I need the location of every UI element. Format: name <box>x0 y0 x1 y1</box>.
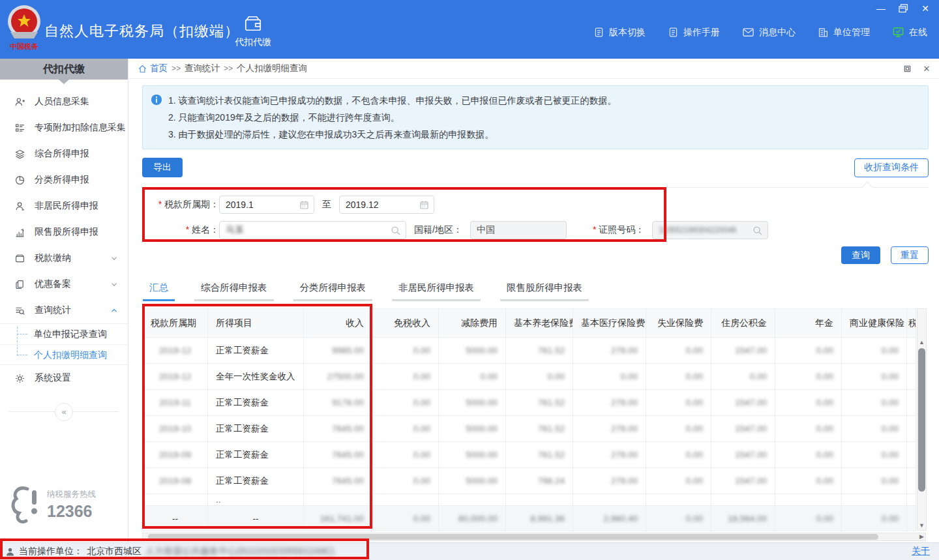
panel-notch <box>862 182 873 193</box>
cell-pension: 761.52 <box>506 442 573 468</box>
sidebar-item-label: 限售股所得申报 <box>35 226 98 238</box>
scroll-right-arrow[interactable]: ▶ <box>919 533 924 540</box>
table-row[interactable]: 2019-10 正常工资薪金 7645.00 0.00 5000.00 761.… <box>143 416 916 442</box>
close-button[interactable]: ✕ <box>918 3 932 14</box>
tab[interactable]: 分类所得申报表 <box>293 282 373 301</box>
sidebar-item-nonresident-income[interactable]: 非居民所得申报 <box>0 193 128 219</box>
collapse-query-button[interactable]: 收折查询条件 <box>854 158 929 177</box>
chevron-down-icon <box>110 254 119 263</box>
calendar-icon[interactable] <box>299 199 310 211</box>
notice-line-1: 1. 该查询统计表仅能查询已申报成功的数据，不包含未申报、申报失败，已申报但已作… <box>168 92 617 109</box>
sidebar-subitem[interactable]: 单位申报记录查询 <box>0 324 128 344</box>
cell-cut <box>907 364 916 390</box>
detail-table: 税款所属期 所得项目 收入 免税收入 减除费用 基本养老保险费 基本医疗保险费 … <box>142 308 916 531</box>
notice-line-2: 2. 只能查询2019年及之后的数据，不能进行跨年度查询。 <box>168 109 617 126</box>
sidebar-item-preferential-filing[interactable]: 优惠备案 <box>0 271 128 297</box>
search-icon[interactable] <box>390 225 402 237</box>
sidebar-item-restricted-shares[interactable]: 限售股所得申报 <box>0 219 128 245</box>
cell-unemployment: 0.00 <box>646 442 711 468</box>
menu-message-center[interactable]: 消息中心 <box>742 27 796 38</box>
cell-deduction: 5000.00 <box>439 442 506 468</box>
export-button[interactable]: 导出 <box>142 158 183 177</box>
sidebar-item-query-statistics[interactable]: 查询统计 <box>0 297 128 323</box>
period-from-value: 2019.1 <box>226 199 254 210</box>
breadcrumb-home[interactable]: 首页 <box>138 63 168 74</box>
scroll-up-arrow[interactable]: ▲ <box>917 338 926 347</box>
vertical-scroll-thumb[interactable] <box>918 348 925 492</box>
home-icon <box>138 64 147 74</box>
vertical-scrollbar[interactable]: ▲ ▼ <box>917 308 927 531</box>
cell-deduction: 0.00 <box>439 364 506 390</box>
sidebar-item-classified-income[interactable]: 分类所得申报 <box>0 167 128 193</box>
restore-button[interactable] <box>896 3 910 14</box>
module-tab-withholding[interactable]: 代扣代缴 <box>227 14 279 48</box>
table-row[interactable]: 2019-09 正常工资薪金 7645.00 0.00 5000.00 761.… <box>143 442 916 468</box>
to-label: 至 <box>322 199 331 211</box>
horizontal-scrollbar[interactable]: ▶ <box>142 533 926 541</box>
minimize-button[interactable]: — <box>874 3 888 14</box>
sidebar-submenu: 单位申报记录查询 个人扣缴明细查询 <box>0 323 128 365</box>
sidebar-subitem[interactable]: 个人扣缴明细查询 <box>0 344 128 364</box>
cell-deduction: 5000.00 <box>439 416 506 442</box>
menu-version-switch[interactable]: 版本切换 <box>593 27 646 38</box>
cell-unemployment: 0.00 <box>646 338 711 364</box>
cell-income-item: -- <box>208 506 304 531</box>
nationality-value: 中国 <box>477 224 495 236</box>
col-annuity: 年金 <box>775 309 842 338</box>
hotline-logo-icon <box>9 485 42 524</box>
tab[interactable]: 非居民所得申报表 <box>392 282 481 301</box>
sidebar-item-special-deduction[interactable]: 专项附加扣除信息采集 <box>0 115 128 141</box>
col-housing-fund: 住房公积金 <box>711 309 775 338</box>
cell-annuity: 0.00 <box>775 506 842 531</box>
name-input[interactable]: 马某 <box>219 221 406 239</box>
cell-cut <box>907 468 916 494</box>
reset-button[interactable]: 重置 <box>891 246 929 264</box>
search-icon[interactable] <box>752 225 764 237</box>
sidebar-item-label: 专项附加扣除信息采集 <box>35 122 126 134</box>
sidebar-menu: 人员信息采集 专项附加扣除信息采集 综合所得申报 分类所得申报 非居民所得申报 … <box>0 80 128 421</box>
table-row[interactable]: 2019-08 正常工资薪金 7645.00 0.00 5000.00 798.… <box>143 468 916 494</box>
table-zone: 税款所属期 所得项目 收入 免税收入 减除费用 基本养老保险费 基本医疗保险费 … <box>142 308 929 531</box>
sidebar-item-personnel-info[interactable]: 人员信息采集 <box>0 89 128 115</box>
cell-period: 2019-12 <box>143 364 208 390</box>
panel-close-icon[interactable]: ✕ <box>922 64 931 73</box>
current-unit-clear: 北京市西城区 <box>87 546 142 557</box>
about-link[interactable]: 关于 <box>912 546 930 557</box>
table-row[interactable]: -- -- 161,741.00 0.00 60,000.00 8,991.36… <box>143 506 916 531</box>
cell-deduction: 5000.00 <box>439 390 506 416</box>
sidebar-item-system-settings[interactable]: 系统设置 <box>0 365 128 391</box>
cell-medical: 279.00 <box>573 468 646 494</box>
search-button[interactable]: 查询 <box>841 246 880 264</box>
menu-online-status[interactable]: 在线 <box>892 26 927 38</box>
scroll-down-arrow[interactable]: ▼ <box>917 521 926 530</box>
tab-label: 汇总 <box>149 282 168 293</box>
sidebar-collapse-button[interactable]: « <box>55 403 73 421</box>
table-row[interactable]: 2019-11 正常工资薪金 9178.00 0.00 5000.00 761.… <box>143 390 916 416</box>
wallet-icon <box>243 14 263 33</box>
cell-housing <box>711 494 775 506</box>
cell-pension: 761.52 <box>506 416 573 442</box>
horizontal-scroll-thumb[interactable] <box>148 534 878 540</box>
id-number-input[interactable]: 110552199304220046 <box>652 221 768 239</box>
table-row[interactable]: 2019-12 正常工资薪金 9985.00 0.00 5000.00 761.… <box>143 338 916 364</box>
sidebar-item-tax-payment[interactable]: 税款缴纳 <box>0 245 128 271</box>
menu-user-manual[interactable]: 操作手册 <box>668 27 720 38</box>
menu-unit-management[interactable]: 单位管理 <box>818 27 870 38</box>
tab[interactable]: 综合所得申报表 <box>194 282 274 301</box>
tab[interactable]: 限售股所得申报表 <box>500 282 589 301</box>
cell-income-item: 全年一次性奖金收入 <box>208 364 304 390</box>
cell-deduction: 5000.00 <box>439 338 506 364</box>
tab[interactable]: 汇总 <box>143 282 175 301</box>
table-row[interactable]: .. <box>143 494 916 506</box>
panel-maximize-icon[interactable] <box>902 64 912 73</box>
status-bar: 当前操作单位：北京市西城区人力资源公共服务中心(9111010233550124… <box>0 542 939 560</box>
calendar-icon[interactable] <box>419 199 430 211</box>
sidebar-subitem-label: 个人扣缴明细查询 <box>34 349 107 360</box>
period-from-input[interactable]: 2019.1 <box>219 196 314 214</box>
nationality-input: 中国 <box>470 221 567 239</box>
sidebar-item-comprehensive-income[interactable]: 综合所得申报 <box>0 141 128 167</box>
period-to-input[interactable]: 2019.12 <box>339 196 434 214</box>
breadcrumb-query-statistics[interactable]: 查询统计 <box>185 63 220 74</box>
cell-period: 2019-12 <box>143 338 208 364</box>
table-row[interactable]: 2019-12 全年一次性奖金收入 27500.00 0.00 0.00 0.0… <box>143 364 916 390</box>
